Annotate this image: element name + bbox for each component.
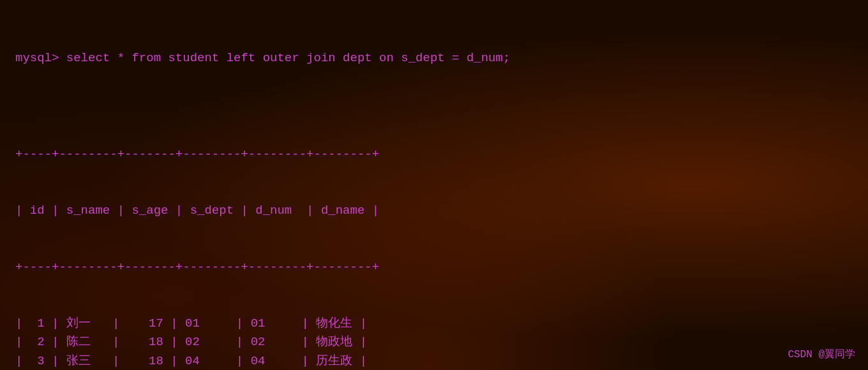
terminal-window: mysql> select * from student left outer … bbox=[0, 0, 868, 370]
table-row: | 2 | 陈二 | 18 | 02 | 02 | 物政地 | bbox=[15, 333, 853, 352]
border-top: +----+--------+-------+--------+--------… bbox=[15, 145, 853, 164]
table-row: | 3 | 张三 | 18 | 04 | 04 | 历生政 | bbox=[15, 352, 853, 370]
command-line: mysql> select * from student left outer … bbox=[15, 49, 853, 68]
table-row: | 1 | 刘一 | 17 | 01 | 01 | 物化生 | bbox=[15, 314, 853, 333]
border-mid: +----+--------+-------+--------+--------… bbox=[15, 258, 853, 277]
table-rows: | 1 | 刘一 | 17 | 01 | 01 | 物化生 || 2 | 陈二 … bbox=[15, 314, 853, 370]
watermark: CSDN @翼同学 bbox=[788, 348, 855, 361]
table-container: +----+--------+-------+--------+--------… bbox=[15, 108, 853, 370]
table-header: | id | s_name | s_age | s_dept | d_num |… bbox=[15, 202, 853, 220]
